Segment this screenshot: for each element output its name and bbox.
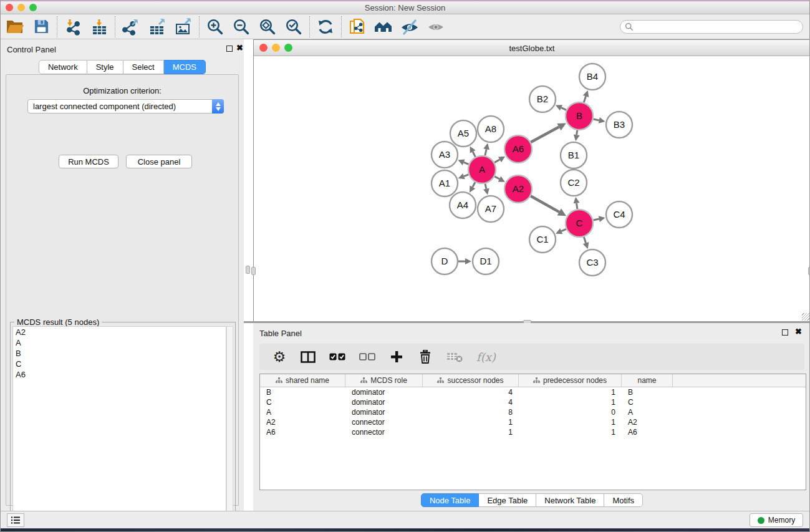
graph-edge-A2-C[interactable] bbox=[531, 196, 559, 212]
graph-edge-A6-B[interactable] bbox=[531, 127, 559, 142]
unselect-all-icon[interactable] bbox=[359, 348, 375, 365]
open-file-icon[interactable] bbox=[6, 17, 24, 36]
graph-edge-A-A1[interactable] bbox=[464, 175, 468, 177]
tab-select[interactable]: Select bbox=[123, 60, 164, 74]
show-graphics-details-icon[interactable] bbox=[427, 17, 445, 36]
add-column-icon[interactable] bbox=[389, 348, 404, 365]
zoom-fit-icon[interactable] bbox=[258, 17, 277, 36]
search-field[interactable] bbox=[620, 20, 803, 34]
table-cell[interactable]: connector bbox=[345, 418, 423, 427]
column-header-shared-name[interactable]: shared name bbox=[260, 374, 345, 387]
node-table[interactable]: shared nameMCDS rolesuccessor nodesprede… bbox=[259, 374, 806, 490]
result-list-item[interactable]: B bbox=[13, 348, 226, 359]
graph-edge-A-A5[interactable] bbox=[473, 152, 475, 157]
graph-edge-C-C2[interactable] bbox=[577, 203, 577, 210]
graph-edge-A-A8[interactable] bbox=[485, 149, 486, 155]
column-header-name[interactable]: name bbox=[622, 374, 673, 387]
search-input[interactable] bbox=[634, 22, 789, 31]
delete-column-icon[interactable] bbox=[418, 348, 433, 365]
table-cell[interactable]: 8 bbox=[423, 408, 519, 417]
table-cell[interactable]: 1 bbox=[519, 398, 622, 407]
optimization-criterion-dropdown[interactable]: largest connected component (directed) bbox=[27, 99, 224, 114]
table-cell[interactable]: A6 bbox=[622, 428, 673, 437]
graph-edge-A-A2[interactable] bbox=[494, 177, 499, 179]
table-float-icon[interactable] bbox=[782, 329, 788, 336]
table-cell[interactable]: C bbox=[260, 398, 345, 407]
result-list-item[interactable]: C bbox=[13, 359, 226, 369]
graph-edge-A-A7[interactable] bbox=[485, 183, 486, 188]
column-header-successor-nodes[interactable]: successor nodes bbox=[423, 374, 519, 387]
float-panel-icon[interactable] bbox=[226, 46, 233, 52]
refresh-layout-icon[interactable] bbox=[316, 17, 335, 36]
left-edge-grip[interactable] bbox=[251, 267, 256, 275]
graph-edge-B-B2[interactable] bbox=[561, 108, 566, 110]
import-table-icon[interactable] bbox=[90, 17, 108, 36]
mcds-result-list[interactable]: A2ABCA6 bbox=[12, 326, 226, 531]
tab-style[interactable]: Style bbox=[87, 60, 123, 74]
save-session-icon[interactable] bbox=[32, 17, 51, 36]
table-close-icon[interactable]: ✖ bbox=[795, 327, 802, 336]
graph-edge-A-A4[interactable] bbox=[473, 182, 475, 187]
close-panel-icon[interactable]: ✖ bbox=[236, 43, 243, 52]
table-cell[interactable]: 4 bbox=[423, 388, 519, 397]
table-row[interactable]: Cdominator41C bbox=[260, 397, 806, 407]
graph-edge-B-B4[interactable] bbox=[584, 96, 586, 102]
table-row[interactable]: A6connector11A6 bbox=[260, 427, 806, 437]
graph-edge-B-B1[interactable] bbox=[577, 130, 577, 135]
resize-corner-grip[interactable] bbox=[802, 313, 809, 321]
result-list-item[interactable]: A bbox=[13, 337, 226, 348]
network-window-titlebar[interactable]: testGlobe.txt bbox=[254, 40, 810, 56]
table-cell[interactable]: A2 bbox=[260, 418, 345, 427]
table-row[interactable]: Bdominator41B bbox=[260, 387, 806, 397]
table-cell[interactable]: dominator bbox=[345, 398, 423, 407]
table-cell[interactable]: C bbox=[622, 398, 673, 407]
memory-button[interactable]: Memory bbox=[750, 513, 803, 527]
column-header-predecessor-nodes[interactable]: predecessor nodes bbox=[519, 374, 622, 387]
table-cell[interactable]: connector bbox=[345, 428, 423, 437]
run-mcds-button[interactable]: Run MCDS bbox=[59, 155, 118, 168]
table-cell[interactable]: 1 bbox=[423, 418, 519, 427]
tab-network[interactable]: Network bbox=[39, 60, 87, 74]
export-table-icon[interactable] bbox=[148, 17, 166, 36]
panel-divider[interactable] bbox=[244, 39, 253, 511]
result-scrollbar[interactable] bbox=[226, 326, 233, 531]
table-cell[interactable]: 1 bbox=[519, 418, 622, 427]
graph-edge-B-B3[interactable] bbox=[593, 119, 599, 120]
result-list-item[interactable]: A6 bbox=[13, 369, 226, 380]
table-cell[interactable]: B bbox=[622, 388, 673, 397]
tab-edge-table[interactable]: Edge Table bbox=[479, 493, 536, 507]
table-cell[interactable]: A2 bbox=[622, 418, 673, 427]
column-icon[interactable] bbox=[301, 348, 316, 365]
close-panel-button[interactable]: Close panel bbox=[126, 155, 192, 168]
divider-grip[interactable] bbox=[246, 266, 250, 274]
table-cell[interactable]: A bbox=[260, 408, 345, 417]
network-canvas[interactable]: AA1A2A3A4A5A6A7A8BB1B2B3B4CC1C2C3C4DD1 bbox=[254, 56, 810, 322]
tab-node-table[interactable]: Node Table bbox=[421, 493, 480, 507]
gear-icon[interactable]: ⚙ bbox=[272, 348, 287, 365]
graph-edge-C-C4[interactable] bbox=[593, 219, 599, 220]
column-header-MCDS-role[interactable]: MCDS role bbox=[345, 374, 423, 387]
select-all-icon[interactable] bbox=[329, 348, 345, 365]
import-network-icon[interactable] bbox=[64, 17, 82, 36]
table-cell[interactable]: A6 bbox=[260, 428, 345, 437]
export-network-icon[interactable] bbox=[122, 17, 140, 36]
table-cell[interactable]: 0 bbox=[519, 408, 622, 417]
zoom-in-icon[interactable] bbox=[206, 17, 224, 36]
zoom-selected-icon[interactable] bbox=[284, 17, 303, 36]
export-image-icon[interactable] bbox=[174, 17, 193, 36]
table-row[interactable]: A2connector11A2 bbox=[260, 417, 806, 427]
tab-network-table[interactable]: Network Table bbox=[536, 493, 604, 507]
home-icon[interactable] bbox=[374, 17, 393, 36]
table-cell[interactable]: 1 bbox=[519, 388, 622, 397]
new-network-from-selection-icon[interactable] bbox=[348, 17, 367, 36]
table-cell[interactable]: dominator bbox=[345, 408, 423, 417]
hide-graphics-details-icon[interactable] bbox=[400, 17, 419, 36]
graph-edge-A-A3[interactable] bbox=[464, 162, 469, 164]
table-cell[interactable]: A bbox=[622, 408, 673, 417]
tab-mcds[interactable]: MCDS bbox=[164, 60, 206, 74]
result-list-item[interactable]: A2 bbox=[13, 327, 226, 337]
table-cell[interactable]: 1 bbox=[423, 428, 519, 437]
graph-edge-A-A6[interactable] bbox=[494, 160, 499, 163]
table-cell[interactable]: dominator bbox=[345, 388, 423, 397]
table-cell[interactable]: B bbox=[260, 388, 345, 397]
